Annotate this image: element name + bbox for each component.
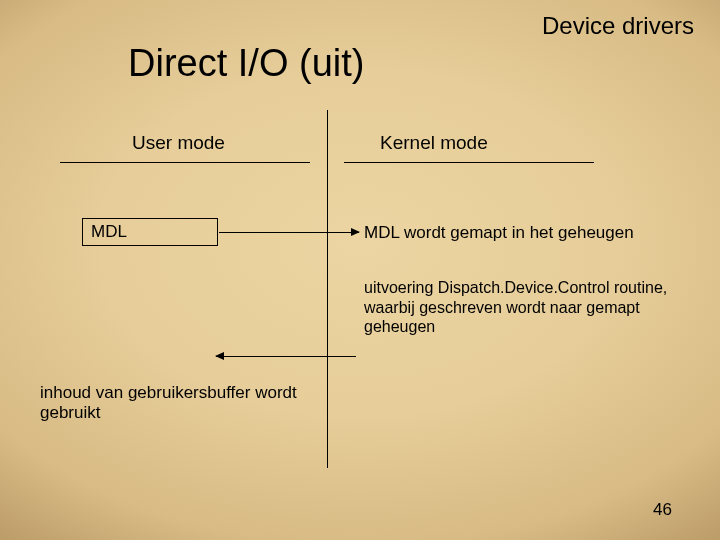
arrow-left-icon [216, 356, 356, 357]
header-title: Device drivers [542, 12, 694, 40]
column-label-user: User mode [132, 132, 225, 154]
arrow-right-icon [219, 232, 359, 233]
kernel-dispatch-text: uitvoering Dispatch.Device.Control routi… [364, 278, 684, 337]
separator-kernel [344, 162, 594, 163]
kernel-mapped-text: MDL wordt gemapt in het geheugen [364, 223, 634, 243]
mdl-box-label: MDL [91, 222, 127, 242]
page-number: 46 [653, 500, 672, 520]
mdl-box: MDL [82, 218, 218, 246]
slide-title: Direct I/O (uit) [128, 42, 364, 85]
user-buffer-text: inhoud van gebruikersbuffer wordt gebrui… [40, 383, 300, 424]
separator-user [60, 162, 310, 163]
column-label-kernel: Kernel mode [380, 132, 488, 154]
vertical-divider [327, 110, 328, 468]
